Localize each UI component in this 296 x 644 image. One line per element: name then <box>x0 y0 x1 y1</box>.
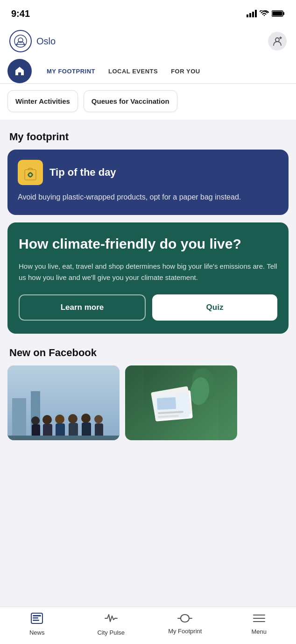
menu-icon <box>253 613 266 626</box>
svg-rect-0 <box>247 14 248 17</box>
city-pulse-label: City Pulse <box>97 629 125 636</box>
home-tab[interactable] <box>7 59 32 83</box>
svg-point-15 <box>29 174 32 176</box>
header-logo[interactable]: Oslo <box>9 30 56 52</box>
svg-rect-16 <box>30 172 31 173</box>
svg-rect-46 <box>33 615 41 616</box>
climate-buttons: Learn more Quiz <box>19 294 277 321</box>
facebook-card-2[interactable] <box>125 365 237 440</box>
svg-point-25 <box>42 415 52 424</box>
card-winter-activities[interactable]: Winter Activities <box>7 90 78 112</box>
learn-more-button[interactable]: Learn more <box>19 294 146 321</box>
quiz-button[interactable]: Quiz <box>152 294 277 321</box>
cards-row: Winter Activities Queues for Vaccination <box>0 84 296 120</box>
status-bar: 9:41 <box>0 0 296 25</box>
svg-point-23 <box>31 416 40 425</box>
svg-point-33 <box>94 415 103 423</box>
news-label: News <box>29 629 45 636</box>
bottom-nav-menu[interactable]: Menu <box>240 613 278 635</box>
climate-headline: How climate-friendly do you live? <box>19 236 277 252</box>
svg-point-10 <box>275 38 279 42</box>
svg-rect-2 <box>252 12 254 17</box>
svg-rect-6 <box>273 12 282 16</box>
facebook-section-title: New on Facebook <box>0 343 296 365</box>
tip-icon <box>18 160 43 185</box>
bottom-nav-news[interactable]: News <box>18 612 56 636</box>
climate-body: How you live, eat, travel and shop deter… <box>19 261 277 283</box>
profile-button[interactable] <box>268 32 287 50</box>
svg-rect-21 <box>12 398 26 440</box>
signal-icon <box>247 10 257 17</box>
svg-rect-3 <box>255 10 257 17</box>
card-vaccination[interactable]: Queues for Vaccination <box>84 90 177 112</box>
header: Oslo <box>0 25 296 59</box>
tip-card-header: Tip of the day <box>18 160 278 185</box>
city-name: Oslo <box>36 36 56 47</box>
tab-local-events[interactable]: LOCAL EVENTS <box>102 60 164 82</box>
svg-rect-47 <box>33 617 38 619</box>
footprint-label: My Footprint <box>168 628 202 635</box>
nav-tabs: MY FOOTPRINT LOCAL EVENTS FOR YOU <box>0 59 296 84</box>
svg-rect-18 <box>28 174 28 175</box>
svg-point-27 <box>55 415 64 424</box>
bottom-nav-city-pulse[interactable]: City Pulse <box>92 612 130 636</box>
tip-card: Tip of the day Avoid buying plastic-wrap… <box>7 150 289 215</box>
svg-rect-35 <box>7 436 120 440</box>
svg-rect-5 <box>283 12 285 15</box>
svg-rect-1 <box>249 13 251 17</box>
footprint-section-title: My footprint <box>0 120 296 150</box>
tab-for-you[interactable]: FOR YOU <box>164 60 207 82</box>
facebook-card-1[interactable] <box>7 365 120 440</box>
wifi-icon <box>260 10 269 17</box>
status-icons <box>247 10 285 17</box>
news-icon <box>30 612 43 627</box>
tab-my-footprint[interactable]: MY FOOTPRINT <box>40 60 102 82</box>
status-time: 9:41 <box>11 8 30 19</box>
svg-rect-17 <box>30 177 31 178</box>
bottom-nav: News City Pulse My Footprint Men <box>0 607 296 644</box>
svg-rect-19 <box>32 174 33 175</box>
tip-title: Tip of the day <box>49 166 116 179</box>
footprint-icon <box>177 614 193 626</box>
bottom-nav-my-footprint[interactable]: My Footprint <box>166 614 204 635</box>
menu-label: Menu <box>251 628 267 635</box>
svg-rect-48 <box>33 620 39 621</box>
svg-point-31 <box>81 414 91 423</box>
tip-body: Avoid buying plastic-wrapped products, o… <box>18 192 278 203</box>
svg-point-7 <box>14 35 27 47</box>
svg-rect-42 <box>157 397 176 410</box>
svg-point-29 <box>68 414 78 423</box>
battery-icon <box>272 10 285 17</box>
facebook-cards-row <box>0 365 296 448</box>
city-pulse-icon <box>104 612 118 627</box>
climate-card: How climate-friendly do you live? How yo… <box>7 222 289 334</box>
city-logo <box>9 30 32 52</box>
